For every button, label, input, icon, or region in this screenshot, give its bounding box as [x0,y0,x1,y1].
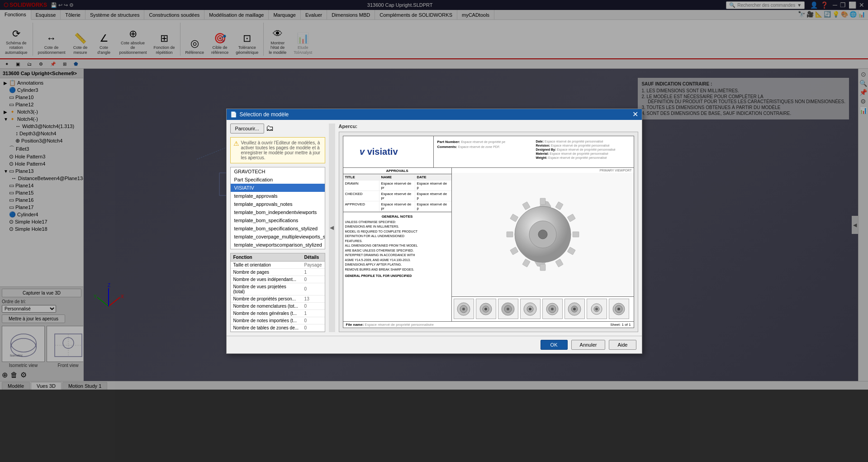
func-taille-label: Taille et orientation [231,261,302,268]
approval-title-header: TITLE [343,174,379,180]
list-item-template-bom-spec-sty[interactable]: template_bom_specifications_stylized [231,224,325,233]
revision-label: Revision: [536,144,550,147]
func-vues-ind-label: Nombre de vues indépendant... [231,276,302,283]
list-item-gravotech[interactable]: GRAVOTECH [231,167,325,176]
tp-approvals-title: APPROVALS [343,168,451,174]
tp-thumb-8 [609,299,629,319]
modal-preview-area: v visiativ Part Number: [339,132,638,332]
approval-approved-row: APPROVED Espace réservé de pr Espace rés… [343,201,451,212]
designed-value: Espace réservé de propriété personnalisé [557,148,616,151]
modal-titlebar: 📄 Sélection de modèle ✕ [227,109,642,120]
approved-date: Espace réservé de p [415,201,451,211]
thumb-gear-2 [477,300,494,318]
func-props-label: Nombre de propriétés person... [231,295,302,302]
list-item-part-spec[interactable]: Part Specification [231,176,325,184]
modal-title-area: 📄 Sélection de modèle [230,111,289,118]
svg-point-55 [507,308,509,310]
material-value: Espace réservé de propriété personnalisé [550,152,608,155]
approval-drawn-row: DRAWN Espace réservé de pr Espace réserv… [343,181,451,191]
svg-rect-34 [567,214,575,222]
modal-ok-btn[interactable]: OK [541,340,568,350]
date-label: Date: [536,140,544,143]
approved-name: Espace réservé de pr [379,201,415,211]
revision-row: Revision: Espace réservé de propriété pe… [536,144,630,147]
thumb-gear-5 [544,300,561,318]
modal-cancel-btn[interactable]: Annuler [571,340,606,350]
weight-label: Weight: [536,156,548,159]
tp-inner: v visiativ Part Number: [343,136,634,328]
modal-close-btn[interactable]: ✕ [632,111,638,118]
list-item-template-approvals[interactable]: template_approvals [231,192,325,200]
approval-name-header: NAME [379,174,415,180]
revision-value: Espace réservé de propriété personnalisé [551,144,610,147]
func-nomenclatures-label: Nombre de nomenclatures (tot... [231,302,302,310]
svg-text:v visiativ: v visiativ [360,147,398,157]
tp-thumb-5 [542,299,563,319]
svg-rect-37 [555,259,563,267]
tp-thumb-2 [476,299,496,319]
tp-props-right: Date: Espace réservé de propriété person… [534,138,632,166]
list-item-template-viewports[interactable]: template_viewportscomparison_stylized [231,241,325,249]
modal-collapse-arrow[interactable]: ◀ [329,124,335,332]
details-col-header: Détails [302,253,325,262]
tp-footer: File name: Espace réservé de propriété p… [343,321,634,328]
svg-point-52 [484,308,487,310]
func-notes-gen-label: Nombre de notes générales (t... [231,310,302,317]
func-vues-ind-val: 0 [302,276,325,283]
thumb-gear-8 [610,300,627,318]
designed-label: Designed By: [536,148,556,151]
template-preview: v visiativ Part Number: [339,132,638,332]
thumb-gear-3 [499,300,517,318]
func-notes-imp-val: 0 [302,317,325,324]
list-item-template-bom-spec[interactable]: template_bom_specifications [231,216,325,224]
checked-date: Espace réservé de p [415,191,451,201]
part-number-label: Part Number: [437,140,460,144]
modal-help-btn[interactable]: Aide [609,340,636,350]
tp-viewport-label: PRIMARY VIEWPORT [452,168,634,173]
tp-gear-preview [452,173,634,296]
comments-row: Comments: Espace réservé de zone PDF. [437,145,531,149]
thumb-gear-6 [566,300,583,318]
func-pages-val: 1 [302,268,325,276]
svg-rect-39 [522,259,530,267]
part-number-row: Part Number: Espace réservé de propriété… [437,140,531,144]
modal-footer: OK Annuler Aide [227,336,642,353]
preview-label: Apercu: [339,124,638,129]
list-item-template-coverpage[interactable]: template_coverpage_multipleviewports_sty… [231,233,325,241]
tp-header: v visiativ Part Number: [343,136,634,168]
svg-point-46 [538,230,547,239]
svg-point-70 [617,308,620,310]
svg-point-49 [462,308,465,310]
modal-browse-btn[interactable]: Parcourir... [230,124,264,133]
modal-preview-section: Apercu: v visia [339,124,638,332]
func-vues-proj-val: 0 [302,283,325,295]
modal-title-icon: 📄 [230,111,237,118]
list-item-template-approvals-notes[interactable]: template_approvals_notes [231,200,325,208]
tp-logo: v visiativ [343,136,434,167]
warning-icon: ⚠ [233,140,239,147]
svg-rect-36 [567,247,575,255]
list-item-template-bom-ind[interactable]: template_bom_independentviewports [231,208,325,216]
comments-value: Espace réservé de zone PDF. [458,145,500,148]
tp-sheet-label: Sheet: 1 of 1 [610,323,631,327]
tp-thumbnails [452,296,634,321]
drawn-date: Espace réservé de p [415,181,451,191]
tp-thumb-3 [498,299,518,319]
modal-folder-icon[interactable]: 🗂 [266,124,274,133]
tp-right-section: PRIMARY VIEWPORT [452,168,634,321]
material-label: Material: [536,152,549,155]
designed-row: Designed By: Espace réservé de propriété… [536,148,630,151]
material-row: Material: Espace réservé de propriété pe… [536,152,630,155]
checked-title: CHECKED [343,191,379,201]
modal-warning: ⚠ Veuillez à ouvrir l'Editeur de modèles… [230,137,325,163]
func-pages-label: Nombre de pages [231,268,302,276]
tp-props-left: Part Number: Espace réservé de propriété… [436,138,533,166]
modal-left: Parcourir... 🗂 ⚠ Veuillez à ouvrir l'Edi… [230,124,325,332]
comments-label: Comments: [437,145,457,149]
svg-rect-42 [510,214,518,222]
gear-group [507,198,579,271]
list-item-visiativ[interactable]: VISIATIV [231,184,325,192]
svg-rect-35 [573,232,579,237]
part-number-value: Espace réservé de propriété pe [461,140,505,143]
svg-rect-40 [510,247,518,255]
